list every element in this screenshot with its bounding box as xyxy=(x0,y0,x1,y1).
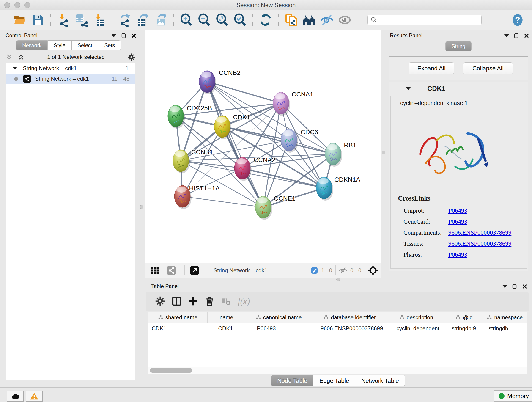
tab-edge-table[interactable]: Edge Table xyxy=(313,375,355,386)
zoom-out-button[interactable] xyxy=(197,13,211,27)
tab-node-table[interactable]: Node Table xyxy=(271,375,313,386)
network-edge[interactable] xyxy=(182,196,263,207)
network-edge[interactable] xyxy=(182,168,242,196)
crosslink-genecard-link[interactable]: P06493 xyxy=(448,218,467,225)
window-zoom-icon[interactable] xyxy=(24,2,30,8)
network-edge[interactable] xyxy=(207,82,281,103)
toolbar-search[interactable] xyxy=(367,15,481,25)
crosslink-compartments-link[interactable]: 9606.ENSP00000378699 xyxy=(448,229,511,236)
network-collection-row[interactable]: String Network – cdk1 1 xyxy=(6,63,135,74)
search-input[interactable] xyxy=(379,17,479,23)
tree-expander-icon[interactable] xyxy=(13,67,17,70)
float-panel-icon[interactable] xyxy=(512,284,517,289)
expand-all-chevron-icon[interactable] xyxy=(18,54,25,61)
zoom-in-button[interactable] xyxy=(179,13,194,27)
column-header-description[interactable]: description xyxy=(387,312,445,323)
warnings-button[interactable] xyxy=(26,391,43,402)
save-session-button[interactable] xyxy=(31,13,45,27)
import-table-file-button[interactable] xyxy=(92,13,107,27)
cell-name[interactable]: CDK1 xyxy=(208,325,245,332)
cell-shared-name[interactable]: CDK1 xyxy=(148,325,208,332)
panel-menu-icon[interactable] xyxy=(502,285,507,288)
show-columns-button[interactable] xyxy=(170,294,183,308)
close-panel-icon[interactable] xyxy=(524,33,529,38)
tab-string[interactable]: String xyxy=(445,41,472,51)
panel-menu-icon[interactable] xyxy=(504,34,509,37)
tab-sets[interactable]: Sets xyxy=(98,40,121,51)
gene-expander-icon[interactable] xyxy=(406,87,411,90)
network-view-mode-button[interactable] xyxy=(165,264,178,277)
close-panel-icon[interactable] xyxy=(131,33,137,38)
network-graph[interactable]: CCNB2CCNA1CDC25BCDK1CDC6RB1CCNB1CCNA2CDK… xyxy=(146,30,380,263)
network-node-CCNE1[interactable] xyxy=(255,196,272,220)
crosslink-pharos-link[interactable]: P06493 xyxy=(448,251,467,258)
function-builder-button[interactable]: f(x) xyxy=(238,296,250,306)
tab-select[interactable]: Select xyxy=(72,40,99,51)
cell-description[interactable]: cyclin–dependent ... xyxy=(387,325,445,332)
column-header-canonical-name[interactable]: canonical name xyxy=(245,312,312,323)
crosslink-tissues-link[interactable]: 9606.ENSP00000378699 xyxy=(448,240,511,247)
tab-network-table[interactable]: Network Table xyxy=(355,375,405,386)
zoom-selected-button[interactable] xyxy=(233,13,247,27)
network-node-RB1[interactable] xyxy=(325,143,342,167)
open-session-button[interactable] xyxy=(13,13,27,27)
table-row[interactable]: CDK1 CDK1 P06493 9606.ENSP00000378699 cy… xyxy=(148,323,526,334)
column-header-name[interactable]: name xyxy=(208,312,245,323)
window-close-icon[interactable] xyxy=(4,2,10,8)
refresh-view-button[interactable] xyxy=(258,13,273,27)
tab-style[interactable]: Style xyxy=(48,40,71,51)
cell-database-identifier[interactable]: 9606.ENSP00000378699 xyxy=(312,325,387,332)
network-node-CCNB2[interactable] xyxy=(199,70,216,94)
table-settings-button[interactable] xyxy=(153,294,167,308)
network-row[interactable]: String Network – cdk1 11 48 xyxy=(6,74,135,84)
hidden-eye-slash-icon[interactable] xyxy=(339,266,347,274)
column-header-namespace[interactable]: namespace xyxy=(483,312,526,323)
cell-canonical-name[interactable]: P06493 xyxy=(245,325,312,332)
tab-network[interactable]: Network xyxy=(16,40,48,51)
column-header-id[interactable]: @id xyxy=(445,312,483,323)
hide-glass-pane-button[interactable] xyxy=(320,13,334,27)
left-splitter-handle[interactable] xyxy=(139,205,143,209)
cell-id[interactable]: stringdb:9... xyxy=(445,325,483,332)
network-canvas[interactable]: CCNB2CCNA1CDC25BCDK1CDC6RB1CCNB1CCNA2CDK… xyxy=(145,30,381,263)
expand-all-button[interactable]: Expand All xyxy=(409,62,454,74)
crosslink-uniprot-link[interactable]: P06493 xyxy=(448,207,467,214)
float-panel-icon[interactable] xyxy=(121,33,127,38)
add-column-button[interactable] xyxy=(186,294,200,308)
birdseye-view-button[interactable] xyxy=(366,264,380,277)
cell-namespace[interactable]: stringdb xyxy=(483,325,526,332)
network-edge[interactable] xyxy=(181,161,242,168)
zoom-fit-button[interactable] xyxy=(215,13,229,27)
memory-button[interactable]: Memory xyxy=(494,390,532,402)
scrollbar-thumb[interactable] xyxy=(150,368,192,373)
column-header-shared-name[interactable]: shared name xyxy=(148,312,208,323)
export-image-button[interactable] xyxy=(153,13,168,27)
selected-checkbox-icon[interactable] xyxy=(311,267,318,274)
network-options-gear-icon[interactable] xyxy=(127,53,135,61)
float-panel-icon[interactable] xyxy=(514,33,519,38)
show-glass-pane-button[interactable] xyxy=(337,13,352,27)
cloud-status-button[interactable] xyxy=(7,391,24,402)
delete-table-button[interactable] xyxy=(220,294,233,308)
bottom-splitter-handle[interactable] xyxy=(336,278,340,281)
panel-menu-icon[interactable] xyxy=(111,34,116,37)
import-network-database-button[interactable] xyxy=(74,13,89,27)
network-node-CCNB1[interactable] xyxy=(173,150,190,173)
collapse-all-button[interactable]: Collapse All xyxy=(463,62,513,74)
close-panel-icon[interactable] xyxy=(522,284,527,289)
clone-network-button[interactable] xyxy=(284,13,298,27)
column-header-database-identifier[interactable]: database identifier xyxy=(312,312,387,323)
grid-view-button[interactable] xyxy=(148,264,162,277)
network-node-CDKN1A[interactable] xyxy=(316,177,333,201)
delete-column-button[interactable] xyxy=(203,294,216,308)
detach-view-button[interactable] xyxy=(188,264,201,277)
collapse-all-chevron-icon[interactable] xyxy=(6,54,13,61)
table-horizontal-scrollbar[interactable] xyxy=(148,367,526,374)
node-table[interactable]: shared name name canonical name database… xyxy=(147,312,527,367)
export-table-button[interactable] xyxy=(135,13,150,27)
import-network-file-button[interactable] xyxy=(56,13,71,27)
export-network-button[interactable] xyxy=(118,13,132,27)
string-home-button[interactable] xyxy=(302,13,317,27)
help-button[interactable]: ? xyxy=(510,13,525,27)
window-minimize-icon[interactable] xyxy=(14,2,20,8)
